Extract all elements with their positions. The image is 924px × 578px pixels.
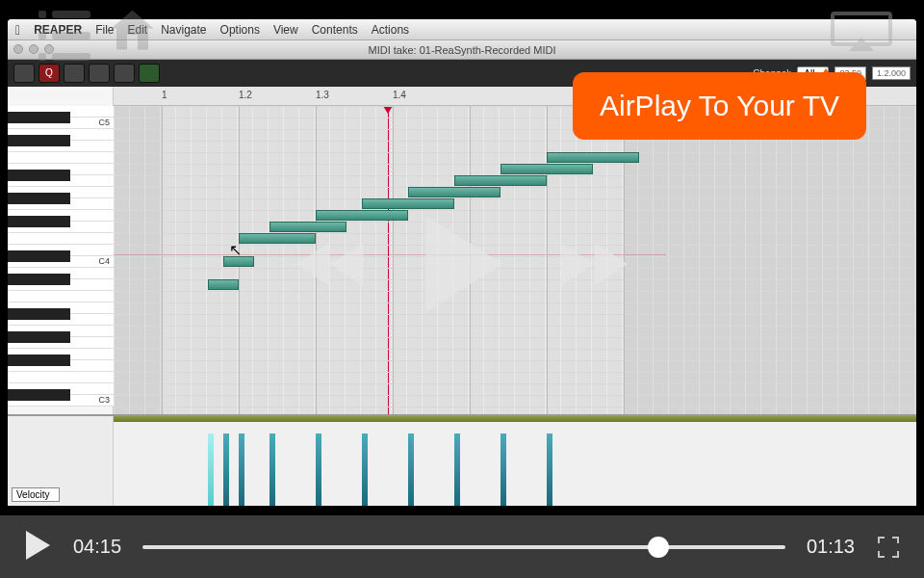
velocity-bar[interactable] <box>223 434 229 506</box>
velocity-bar[interactable] <box>500 434 506 506</box>
video-center-controls <box>292 211 633 321</box>
ruler-mark: 1.2 <box>239 90 252 100</box>
midi-note[interactable] <box>547 152 639 163</box>
airplay-tooltip-text: AirPlay To Your TV <box>600 90 839 121</box>
tool-button[interactable] <box>64 64 85 83</box>
quantize-button[interactable]: Q <box>38 64 60 83</box>
velocity-bar[interactable] <box>454 434 460 506</box>
velocity-bar[interactable] <box>408 434 414 506</box>
velocity-bar[interactable] <box>270 434 275 506</box>
velocity-bar[interactable] <box>362 434 368 506</box>
overlay-nav <box>0 0 924 58</box>
fullscreen-icon[interactable] <box>876 535 901 560</box>
cursor-icon: ↖ <box>229 241 242 259</box>
play-button[interactable] <box>417 211 508 321</box>
midi-note[interactable] <box>362 198 454 209</box>
tool-button[interactable] <box>13 64 35 83</box>
midi-note[interactable] <box>208 279 239 290</box>
airplay-tooltip: AirPlay To Your TV <box>573 72 866 140</box>
progress-bar[interactable] <box>142 545 785 549</box>
position-display-2: 1.2.000 <box>872 66 911 80</box>
midi-note[interactable] <box>500 164 593 174</box>
tool-button[interactable] <box>89 64 110 83</box>
velocity-bar[interactable] <box>239 434 244 506</box>
tool-button[interactable] <box>114 64 135 83</box>
skip-back-button[interactable] <box>292 238 369 295</box>
velocity-graph[interactable] <box>114 416 916 506</box>
airplay-icon[interactable] <box>828 8 895 56</box>
velocity-bar[interactable] <box>547 434 552 506</box>
ruler-mark: 1.3 <box>316 90 329 100</box>
velocity-lane: Velocity <box>8 414 916 506</box>
midi-note[interactable] <box>454 175 547 186</box>
progress-handle[interactable] <box>648 537 669 558</box>
piano-keyboard[interactable]: C5C4C3 <box>8 87 114 414</box>
ruler-mark: 1.4 <box>393 90 406 100</box>
play-pause-button[interactable] <box>23 529 52 565</box>
list-icon[interactable] <box>38 5 96 43</box>
elapsed-time: 04:15 <box>73 536 121 558</box>
skip-forward-button[interactable] <box>556 238 633 295</box>
velocity-bar[interactable] <box>316 434 321 506</box>
remaining-time: 01:13 <box>807 536 855 558</box>
ruler-mark: 1 <box>162 90 167 100</box>
velocity-lane-select[interactable]: Velocity <box>12 487 60 502</box>
tool-button[interactable] <box>139 64 160 83</box>
home-icon[interactable] <box>106 5 159 53</box>
player-bar: 04:15 01:13 <box>0 515 924 578</box>
midi-note[interactable] <box>408 187 500 197</box>
velocity-bar[interactable] <box>208 434 214 506</box>
